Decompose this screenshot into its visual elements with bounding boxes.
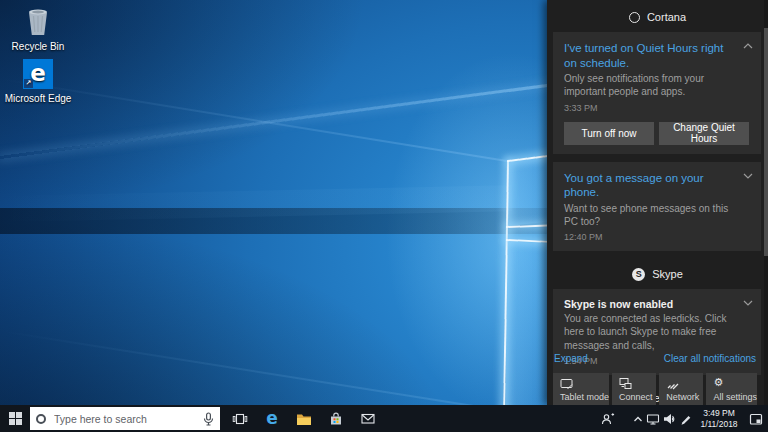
taskbar-file-explorer-button[interactable] xyxy=(288,405,320,432)
section-header-label: Skype xyxy=(652,268,683,280)
desktop-icon-label: Recycle Bin xyxy=(2,41,74,53)
quick-action-network[interactable]: Network xyxy=(659,373,703,405)
system-tray: 3:49 PM 1/11/2018 xyxy=(598,405,768,432)
notification-body: Want to see phone messages on this PC to… xyxy=(564,202,743,228)
start-button[interactable] xyxy=(0,405,30,432)
quick-action-all-settings[interactable]: ⚙ All settings xyxy=(706,373,757,405)
notification-title: Skype is now enabled xyxy=(564,298,736,310)
windows-ink-button[interactable] xyxy=(678,405,694,432)
notification-time: 3:33 PM xyxy=(564,103,749,113)
quick-action-label: Network xyxy=(666,392,703,402)
taskbar: e xyxy=(0,405,768,432)
action-center-panel: Cortana I've turned on Quiet Hours right… xyxy=(547,0,768,405)
change-quiet-hours-button[interactable]: Change Quiet Hours xyxy=(659,122,749,145)
network-tray-icon xyxy=(646,411,662,427)
task-view-icon xyxy=(232,411,248,427)
quick-actions: Tablet mode Connect Network ⚙ All settin… xyxy=(553,373,757,405)
desktop-icon-recycle-bin[interactable]: Recycle Bin xyxy=(2,6,74,53)
action-center-icon xyxy=(748,411,764,427)
taskbar-store-button[interactable] xyxy=(320,405,352,432)
edge-icon: e↗ xyxy=(2,58,74,90)
taskbar-edge-button[interactable]: e xyxy=(256,405,288,432)
mail-icon xyxy=(360,411,376,426)
notification-quiet-hours[interactable]: I've turned on Quiet Hours right on sche… xyxy=(553,32,761,154)
notification-title: I've turned on Quiet Hours right on sche… xyxy=(564,41,736,70)
windows-logo-pane xyxy=(506,241,550,405)
recycle-bin-icon xyxy=(2,6,74,38)
volume-icon xyxy=(662,411,678,427)
expand-link[interactable]: Expand xyxy=(554,353,588,364)
tablet-mode-icon xyxy=(560,377,609,390)
people-icon xyxy=(600,411,616,427)
quick-action-connect[interactable]: Connect xyxy=(612,373,656,405)
notification-title: You got a message on your phone. xyxy=(564,171,736,200)
desktop-icon-label: Microsoft Edge xyxy=(2,93,74,105)
search-input[interactable] xyxy=(52,412,197,426)
volume-button[interactable] xyxy=(662,405,678,432)
notification-body: You are connected as leedicks. Click her… xyxy=(564,312,743,352)
network-tray-button[interactable] xyxy=(646,405,662,432)
clock-time: 3:49 PM xyxy=(696,408,742,419)
scrollbar-thumb[interactable] xyxy=(764,28,768,256)
quick-action-label: Connect xyxy=(619,392,656,402)
start-icon xyxy=(9,412,22,425)
hidden-icons-button[interactable] xyxy=(630,405,646,432)
taskbar-search[interactable] xyxy=(30,407,220,430)
all-settings-gear-icon: ⚙ xyxy=(713,377,757,390)
file-explorer-icon xyxy=(296,412,312,426)
connect-icon xyxy=(619,377,656,390)
edge-icon: e xyxy=(266,408,278,428)
skype-section-header[interactable]: S Skype xyxy=(547,259,768,289)
section-header-label: Cortana xyxy=(647,11,686,23)
shortcut-arrow-icon: ↗ xyxy=(24,79,33,88)
notification-time: 12:40 PM xyxy=(564,232,749,242)
taskbar-clock[interactable]: 3:49 PM 1/11/2018 xyxy=(696,408,742,429)
chevron-up-icon[interactable] xyxy=(743,43,753,49)
chevron-down-icon[interactable] xyxy=(743,173,753,179)
taskbar-mail-button[interactable] xyxy=(352,405,384,432)
action-center-footer: Expand Clear all notifications Tablet mo… xyxy=(547,353,764,405)
desktop-icon-microsoft-edge[interactable]: e↗ Microsoft Edge xyxy=(2,58,74,105)
quick-action-tablet-mode[interactable]: Tablet mode xyxy=(553,373,609,405)
scrollbar-track xyxy=(764,0,768,405)
network-icon xyxy=(666,377,703,390)
cortana-search-icon xyxy=(36,414,46,424)
notification-body: Only see notifications from your importa… xyxy=(564,72,743,98)
windows-ink-pen-icon xyxy=(679,411,693,426)
footer-links: Expand Clear all notifications xyxy=(554,353,756,364)
clear-all-notifications-link[interactable]: Clear all notifications xyxy=(664,353,756,364)
task-view-button[interactable] xyxy=(224,405,256,432)
microphone-icon[interactable] xyxy=(203,412,214,426)
notification-phone-message[interactable]: You got a message on your phone. Want to… xyxy=(553,162,761,252)
quick-action-label: All settings xyxy=(713,392,757,402)
turn-off-now-button[interactable]: Turn off now xyxy=(564,122,654,145)
hidden-icons-chevron-icon xyxy=(632,413,644,425)
windows-logo-pane xyxy=(508,156,548,226)
people-button[interactable] xyxy=(598,405,618,432)
quick-action-label: Tablet mode xyxy=(560,392,609,402)
chevron-down-icon[interactable] xyxy=(743,300,753,306)
skype-icon: S xyxy=(632,268,645,281)
store-icon xyxy=(328,411,344,426)
cortana-ring-icon xyxy=(629,12,640,23)
action-center-button[interactable] xyxy=(744,405,768,432)
clock-date: 1/11/2018 xyxy=(696,419,742,430)
notification-actions: Turn off now Change Quiet Hours xyxy=(564,122,749,145)
cortana-section-header[interactable]: Cortana xyxy=(547,2,768,32)
